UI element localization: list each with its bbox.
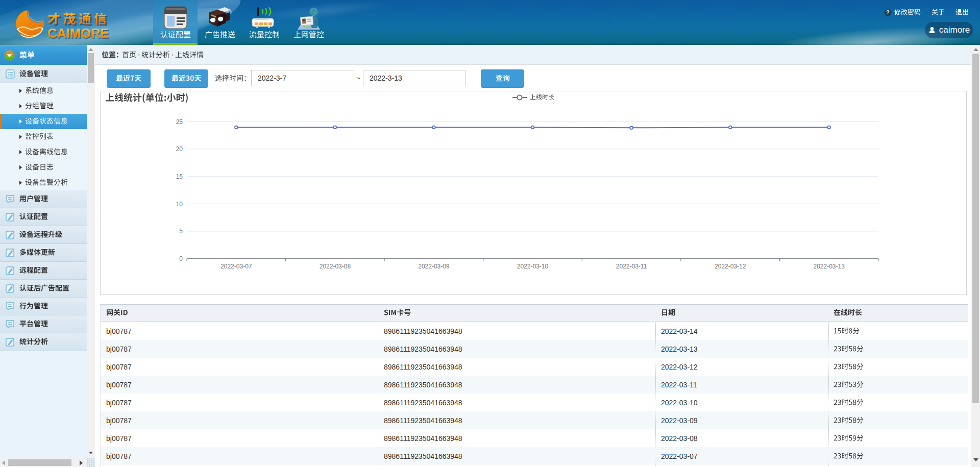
svg-text:2022-03-09: 2022-03-09	[418, 263, 450, 270]
svg-text:0: 0	[179, 255, 183, 262]
svg-text:CAIMORE: CAIMORE	[47, 27, 109, 40]
svg-text:2022-03-08: 2022-03-08	[320, 263, 351, 270]
svg-text:5: 5	[179, 228, 183, 235]
svg-text:2022-03-11: 2022-03-11	[616, 263, 647, 270]
svg-text:2022-03-07: 2022-03-07	[220, 263, 252, 270]
svg-text:?: ?	[886, 9, 889, 15]
svg-text:2022-03-10: 2022-03-10	[517, 263, 549, 270]
svg-text:2022-03-13: 2022-03-13	[814, 263, 845, 270]
svg-text:20: 20	[176, 145, 183, 153]
svg-text:10: 10	[176, 201, 183, 208]
svg-text:15: 15	[176, 173, 183, 180]
svg-text:2022-03-12: 2022-03-12	[715, 263, 746, 270]
svg-text:25: 25	[176, 118, 183, 126]
